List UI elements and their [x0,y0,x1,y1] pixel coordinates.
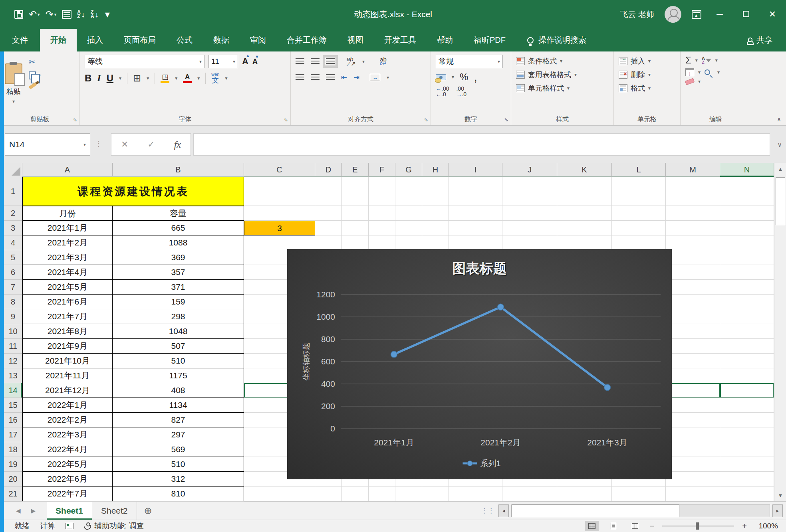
cell-B12[interactable]: 510 [113,354,244,368]
cell-J3[interactable] [502,221,557,235]
cell-L2[interactable] [612,206,666,221]
cell-A7[interactable]: 2021年5月 [22,280,113,295]
collapse-ribbon-icon[interactable]: ∧ [777,116,781,123]
cell-M5[interactable] [666,250,720,265]
cell-D3[interactable] [315,221,342,235]
row-header-3[interactable]: 3 [4,221,22,235]
percent-style-icon[interactable]: % [460,71,468,83]
fill-color-dropdown-icon[interactable]: ▾ [175,75,177,81]
cell-L1[interactable] [612,177,666,206]
autosum-icon[interactable]: Σ [685,55,691,66]
cell-L3[interactable] [612,221,666,235]
cell-A5[interactable]: 2021年3月 [22,250,113,265]
cell-J2[interactable] [502,206,557,221]
scroll-down-icon[interactable]: ▼ [775,489,786,501]
cell-F4[interactable] [369,235,395,250]
column-header-N[interactable]: N [720,163,774,177]
cell-B9[interactable]: 298 [113,309,244,324]
row-header-14[interactable]: 14 [4,383,22,398]
tab-file[interactable]: 文件 [0,29,40,51]
middle-align-icon[interactable] [311,58,320,65]
cell-K3[interactable] [557,221,612,235]
cell-A12[interactable]: 2021年10月 [22,354,113,368]
column-header-F[interactable]: F [369,163,395,177]
borders-icon[interactable]: ⊞ [133,73,141,83]
merge-dropdown-icon[interactable]: ▾ [387,75,389,80]
merge-center-icon[interactable]: ↔ [370,74,380,81]
undo-icon[interactable]: ↶▾ [29,10,40,19]
column-header-C[interactable]: C [244,163,315,177]
cell-M2[interactable] [666,206,720,221]
cell-M12[interactable] [666,354,720,368]
tab-数据[interactable]: 数据 [203,29,240,51]
tab-插入[interactable]: 插入 [77,29,113,51]
cell-M6[interactable] [666,265,720,280]
cell-A17[interactable]: 2022年3月 [22,427,113,442]
status-calculate[interactable]: 计算 [40,521,55,531]
sort-filter-dropdown-icon[interactable]: ▾ [715,57,718,63]
cell-B2[interactable]: 容量 [113,206,244,221]
scroll-left-icon[interactable]: ◂ [498,504,509,517]
cell-L4[interactable] [612,235,666,250]
align-center-icon[interactable] [311,74,320,81]
tab-审阅[interactable]: 审阅 [240,29,276,51]
format-painter-icon[interactable] [29,82,37,89]
underline-dropdown-icon[interactable]: ▾ [119,75,121,81]
cell-A21[interactable]: 2022年7月 [22,487,113,501]
cell-A9[interactable]: 2021年7月 [22,309,113,324]
cell-J21[interactable] [502,487,557,501]
sheet-nav-left-icon[interactable]: ◀ [16,507,21,514]
cell-M16[interactable] [666,413,720,427]
tab-公式[interactable]: 公式 [166,29,203,51]
column-header-G[interactable]: G [395,163,422,177]
cell-A3[interactable]: 2021年1月 [22,221,113,235]
enter-icon[interactable]: ✓ [147,139,155,150]
column-header-E[interactable]: E [342,163,369,177]
alignment-dialog-launcher-icon[interactable]: ⇘ [424,117,428,123]
cell-N1[interactable] [720,177,774,206]
clipboard-dialog-launcher-icon[interactable]: ⇘ [73,117,77,123]
cell-C3[interactable]: 3 [244,221,315,235]
decrease-indent-icon[interactable]: ⇤ [341,73,347,82]
cell-B6[interactable]: 357 [113,265,244,280]
cell-G3[interactable] [395,221,422,235]
orientation-dropdown-icon[interactable]: ▾ [362,59,365,64]
scroll-up-icon[interactable]: ▲ [775,163,786,175]
tab-帮助[interactable]: 帮助 [427,29,463,51]
cell-N8[interactable] [720,295,774,309]
tab-视图[interactable]: 视图 [337,29,374,51]
maximize-button[interactable] [738,9,754,20]
macro-record-icon[interactable] [66,523,73,529]
row-header-5[interactable]: 5 [4,250,22,265]
vertical-scrollbar[interactable]: ▲ ▼ [774,163,786,501]
phonetic-guide-icon[interactable]: wén文 [211,72,219,84]
cell-G4[interactable] [395,235,422,250]
cell-A6[interactable]: 2021年4月 [22,265,113,280]
cell-B19[interactable]: 510 [113,457,244,472]
normal-view-button[interactable] [585,521,599,531]
horizontal-scroll-thumb[interactable] [512,504,679,517]
copy-icon[interactable] [29,71,36,79]
underline-icon[interactable]: U [107,73,113,84]
orientation-icon[interactable]: ab⟋↗ [347,57,356,66]
cell-N14[interactable] [720,383,774,398]
row-header-2[interactable]: 2 [4,206,22,221]
bold-icon[interactable]: B [85,73,91,84]
page-break-view-button[interactable] [628,521,642,531]
tab-开发工具[interactable]: 开发工具 [374,29,427,51]
cell-H21[interactable] [422,487,449,501]
user-name[interactable]: 飞云 老师 [620,9,654,20]
delete-cells-button[interactable]: 删除▾ [619,68,676,81]
cell-B14[interactable]: 408 [113,383,244,398]
font-color-dropdown-icon[interactable]: ▾ [197,75,200,81]
cell-C4[interactable] [244,235,315,250]
format-as-table-button[interactable]: 套用表格格式▾ [516,68,609,81]
cell-M3[interactable] [666,221,720,235]
italic-icon[interactable]: I [97,73,101,83]
cell-F21[interactable] [369,487,395,501]
embedded-chart[interactable]: 图表标题图表标题020040060080010001200坐标轴标题2021年1… [287,249,672,479]
cell-M19[interactable] [666,457,720,472]
cell-N13[interactable] [720,368,774,383]
cell-M13[interactable] [666,368,720,383]
close-button[interactable]: ✕ [764,9,780,20]
